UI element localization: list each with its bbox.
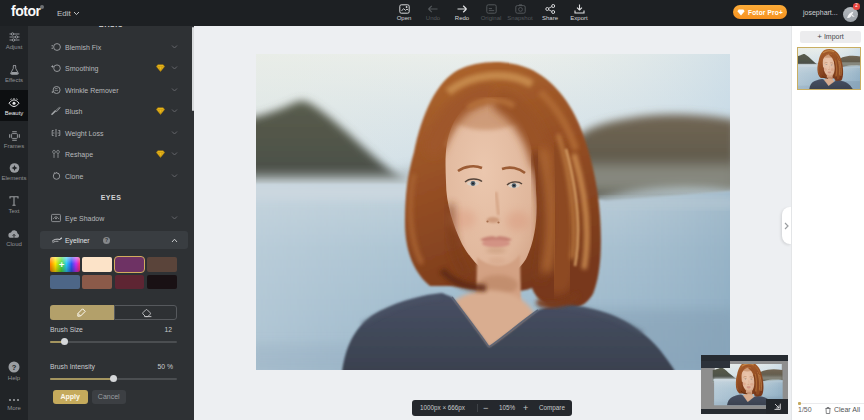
svg-text:?: ? <box>12 363 17 372</box>
